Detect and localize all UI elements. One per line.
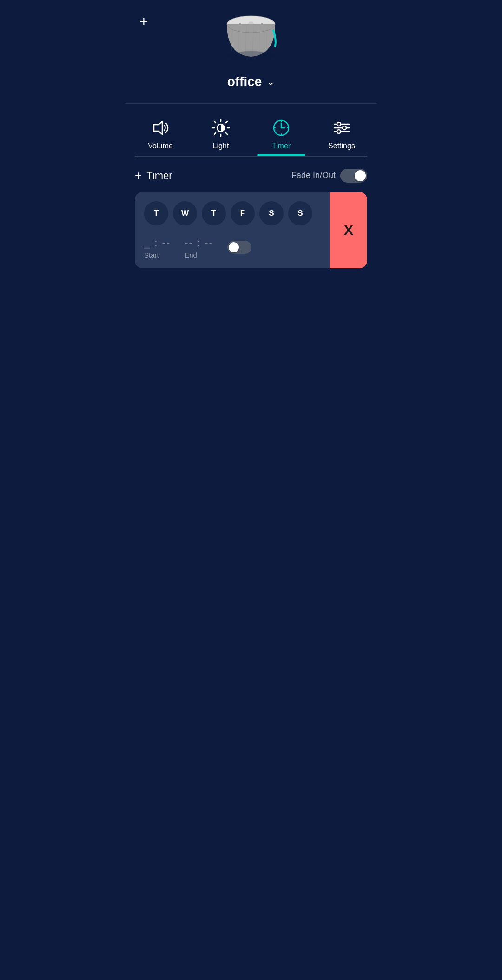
day-thursday[interactable]: T [202, 201, 226, 225]
svg-line-20 [226, 121, 227, 123]
svg-point-32 [337, 122, 341, 126]
time-toggle-thumb [229, 242, 239, 252]
fade-toggle-row: Fade In/Out [291, 169, 367, 183]
day-tuesday[interactable]: T [144, 201, 168, 225]
tab-timer-label: Timer [272, 142, 291, 150]
tab-volume-underline [136, 154, 185, 156]
day-saturday[interactable]: S [259, 201, 284, 225]
svg-line-19 [226, 133, 227, 134]
add-button[interactable]: + [139, 14, 148, 29]
svg-line-18 [214, 121, 216, 123]
tab-settings-underline [317, 154, 366, 156]
tab-timer-underline [257, 154, 305, 156]
svg-point-33 [343, 126, 346, 130]
fade-toggle-thumb [355, 170, 366, 181]
delete-x-icon: X [344, 222, 353, 238]
time-toggle-wrapper [227, 237, 251, 254]
tab-timer[interactable]: Timer [251, 113, 311, 155]
device-name-row[interactable]: office ⌄ [227, 74, 275, 89]
tab-light-underline [197, 154, 245, 156]
delete-timer-button[interactable]: X [330, 192, 367, 268]
start-time-label: Start [144, 251, 171, 259]
start-time-group[interactable]: _ : -- Start [144, 237, 171, 259]
svg-point-11 [227, 51, 275, 60]
end-time-label: End [185, 251, 213, 259]
fade-toggle[interactable] [340, 169, 367, 183]
tabs-section: Volume [126, 103, 376, 157]
content-section: + Timer Fade In/Out T W T [126, 157, 376, 280]
day-wednesday[interactable]: W [173, 201, 197, 225]
header: + office ⌄ [126, 0, 376, 103]
svg-line-21 [214, 133, 216, 134]
start-time-display: _ : -- [144, 237, 171, 249]
tab-settings[interactable]: Settings [311, 113, 372, 155]
light-icon [211, 118, 231, 138]
svg-marker-12 [154, 121, 162, 134]
tab-settings-label: Settings [328, 142, 355, 150]
device-name: office [227, 74, 262, 89]
add-timer-button[interactable]: + Timer [135, 168, 172, 183]
tab-light[interactable]: Light [191, 113, 251, 155]
time-toggle-track[interactable] [227, 241, 251, 254]
timer-header: + Timer Fade In/Out [135, 168, 367, 183]
timer-card: T W T F S S [135, 192, 335, 268]
tabs-row: Volume [130, 113, 372, 155]
fade-toggle-track [340, 169, 367, 183]
day-sunday[interactable]: S [288, 201, 312, 225]
settings-icon [331, 118, 352, 138]
volume-icon [150, 118, 171, 138]
tab-light-label: Light [213, 142, 229, 150]
svg-point-34 [337, 130, 341, 133]
chevron-down-icon: ⌄ [266, 76, 275, 88]
day-friday[interactable]: F [231, 201, 255, 225]
timer-icon [271, 118, 291, 138]
tab-volume-label: Volume [148, 142, 172, 150]
timer-card-wrapper: T W T F S S [135, 192, 367, 268]
fade-label: Fade In/Out [291, 171, 336, 180]
end-time-display: -- : -- [185, 237, 213, 249]
end-time-group[interactable]: -- : -- End [185, 237, 213, 259]
add-timer-text: Timer [146, 170, 172, 182]
days-row: T W T F S S [144, 201, 325, 225]
add-timer-plus-icon: + [135, 168, 142, 183]
device-image [223, 14, 279, 65]
tab-volume[interactable]: Volume [130, 113, 191, 155]
